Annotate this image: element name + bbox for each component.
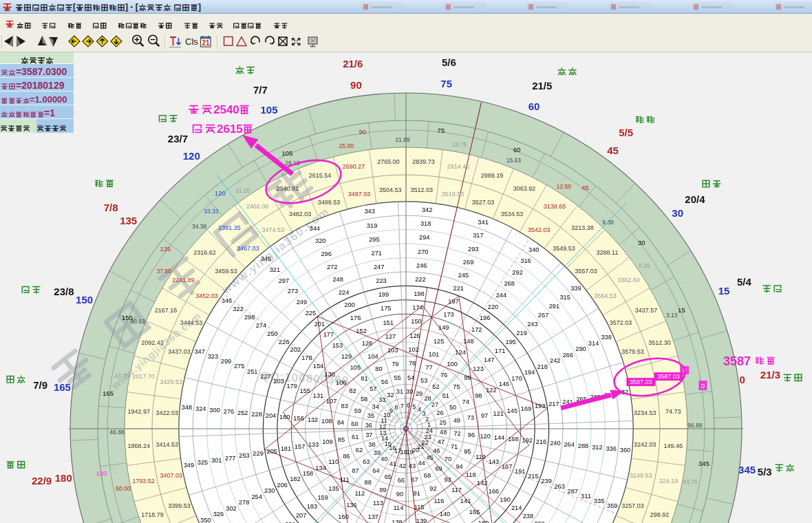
svg-text:126: 126: [409, 332, 420, 339]
svg-text:25: 25: [440, 419, 447, 426]
svg-text:1942.97: 1942.97: [128, 408, 151, 415]
svg-text:149: 149: [438, 324, 449, 331]
svg-text:169: 169: [521, 405, 532, 412]
svg-text:55: 55: [394, 374, 400, 381]
svg-text:105: 105: [282, 149, 293, 157]
svg-text:214: 214: [511, 504, 522, 511]
svg-text:43.75: 43.75: [115, 372, 130, 379]
svg-text:345: 345: [698, 460, 709, 467]
svg-text:2914.46: 2914.46: [447, 163, 470, 170]
svg-text:78: 78: [409, 360, 416, 367]
svg-text:60: 60: [513, 146, 521, 153]
svg-text:2989.19: 2989.19: [481, 172, 504, 179]
svg-text:96: 96: [468, 431, 475, 438]
svg-text:320: 320: [315, 237, 326, 244]
svg-text:3579.53: 3579.53: [621, 348, 644, 355]
svg-text:228: 228: [251, 411, 262, 418]
svg-text:154: 154: [313, 363, 324, 370]
svg-text:3444.53: 3444.53: [180, 319, 203, 326]
svg-text:74: 74: [462, 398, 469, 405]
svg-text:23: 23: [425, 434, 431, 440]
svg-text:42: 42: [399, 462, 406, 469]
svg-text:47: 47: [438, 438, 445, 445]
svg-text:75: 75: [438, 127, 445, 134]
svg-text:158: 158: [303, 470, 314, 477]
svg-text:30: 30: [638, 239, 645, 246]
svg-text:219: 219: [516, 330, 527, 337]
svg-text:29: 29: [416, 390, 423, 397]
svg-text:2017.70: 2017.70: [132, 373, 155, 380]
svg-text:122: 122: [486, 387, 497, 394]
svg-text:56: 56: [381, 378, 388, 385]
svg-text:3414.53: 3414.53: [156, 441, 178, 448]
svg-text:30: 30: [406, 388, 413, 395]
svg-text:190: 190: [500, 496, 511, 503]
svg-text:33.33: 33.33: [204, 208, 219, 215]
svg-text:299: 299: [221, 358, 232, 365]
svg-text:113: 113: [373, 500, 383, 506]
svg-text:267: 267: [538, 312, 549, 319]
svg-text:39: 39: [374, 449, 381, 456]
svg-text:200: 200: [344, 301, 355, 308]
svg-text:311: 311: [581, 493, 591, 500]
svg-text:194: 194: [524, 369, 535, 376]
svg-text:192: 192: [522, 437, 533, 444]
svg-text:224.19: 224.19: [659, 478, 679, 484]
svg-text:104: 104: [367, 353, 378, 360]
svg-text:45: 45: [607, 145, 619, 156]
svg-text:202: 202: [290, 346, 301, 353]
svg-text:151: 151: [383, 319, 394, 326]
svg-text:4: 4: [418, 406, 421, 413]
svg-text:30: 30: [672, 207, 683, 219]
svg-text:250: 250: [267, 330, 278, 337]
svg-text:300: 300: [209, 407, 220, 414]
svg-text:117: 117: [451, 487, 462, 493]
svg-text:100: 100: [447, 361, 458, 367]
svg-text:244: 244: [496, 292, 507, 299]
svg-text:61: 61: [352, 434, 359, 440]
svg-text:33: 33: [378, 396, 385, 403]
svg-text:0: 0: [701, 382, 705, 389]
svg-text:7: 7: [400, 403, 404, 409]
svg-text:107: 107: [326, 398, 337, 405]
svg-text:193: 193: [535, 403, 546, 409]
svg-text:150: 150: [76, 294, 93, 306]
svg-text:302: 302: [226, 505, 237, 512]
svg-text:294: 294: [419, 234, 430, 241]
svg-text:206: 206: [277, 482, 288, 489]
svg-text:53: 53: [420, 377, 427, 384]
svg-text:84: 84: [337, 419, 344, 426]
svg-text:218: 218: [537, 363, 548, 370]
svg-text:156: 156: [293, 415, 304, 422]
svg-text:293: 293: [468, 246, 479, 253]
svg-text:73: 73: [467, 414, 474, 421]
svg-text:140: 140: [440, 511, 451, 517]
svg-text:338: 338: [601, 334, 612, 341]
svg-text:242: 242: [550, 357, 561, 364]
svg-text:3452.03: 3452.03: [195, 292, 218, 299]
svg-text:149.46: 149.46: [663, 442, 683, 449]
svg-text:146: 146: [499, 381, 510, 387]
svg-text:5/4: 5/4: [737, 276, 752, 288]
svg-text:287: 287: [568, 488, 579, 495]
svg-text:21/5: 21/5: [532, 80, 552, 92]
svg-text:101: 101: [429, 351, 440, 358]
svg-text:109: 109: [322, 438, 333, 445]
svg-text:2839.73: 2839.73: [412, 158, 435, 165]
svg-text:6: 6: [407, 402, 410, 409]
svg-text:3542.03: 3542.03: [528, 226, 551, 233]
svg-text:36: 36: [365, 422, 372, 429]
svg-text:68: 68: [424, 472, 431, 479]
svg-text:142: 142: [477, 480, 488, 487]
svg-text:3504.53: 3504.53: [379, 186, 402, 193]
svg-text:137: 137: [368, 513, 379, 520]
svg-text:319: 319: [367, 222, 378, 229]
svg-text:199: 199: [378, 291, 389, 298]
svg-text:298: 298: [244, 314, 255, 321]
svg-text:342: 342: [422, 206, 433, 213]
svg-text:3: 3: [423, 410, 426, 417]
svg-text:90: 90: [350, 79, 362, 91]
svg-text:108: 108: [321, 418, 332, 425]
svg-text:217: 217: [548, 401, 559, 407]
svg-text:34.38: 34.38: [192, 223, 207, 230]
